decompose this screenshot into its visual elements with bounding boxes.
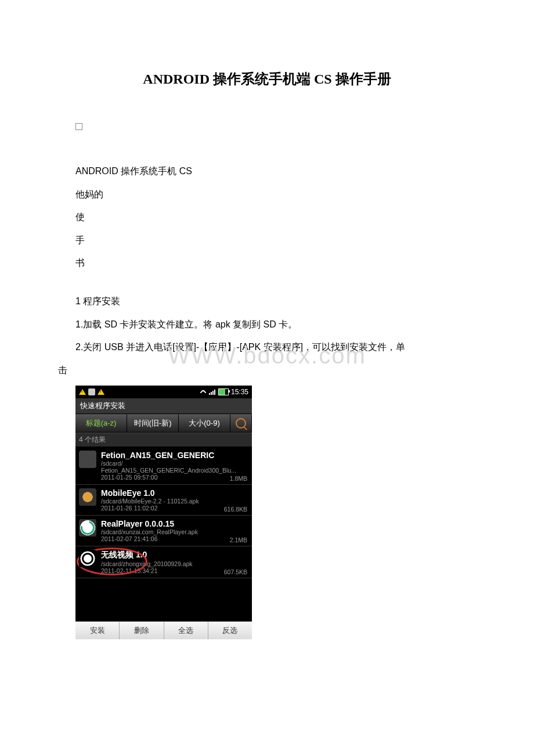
status-bar: 15:35 bbox=[75, 386, 252, 398]
app-icon bbox=[79, 451, 96, 468]
tab-title-az[interactable]: 标题(a-z) bbox=[75, 415, 127, 432]
app-icon bbox=[79, 550, 96, 567]
list-empty-space bbox=[75, 578, 252, 613]
body-line: 书 bbox=[58, 255, 476, 271]
app-size: 607.5KB bbox=[224, 568, 247, 575]
app-path: /sdcard/MobileEye-2.2 - 110125.apk bbox=[101, 498, 248, 505]
status-time: 15:35 bbox=[231, 388, 248, 396]
sort-tabs: 标题(a-z) 时间(旧-新) 大小(0-9) bbox=[75, 414, 252, 433]
list-item[interactable]: Fetion_AN15_GEN_GENERIC /sdcard/ Fetion_… bbox=[75, 447, 252, 485]
app-size: 1.8MB bbox=[230, 475, 247, 482]
body-line: 手 bbox=[58, 233, 476, 248]
apk-list[interactable]: Fetion_AN15_GEN_GENERIC /sdcard/ Fetion_… bbox=[75, 447, 252, 621]
list-item[interactable]: 无线视频 1.0 /sdcard/zhongxing_20100929.apk … bbox=[75, 546, 252, 578]
page-title: ANDROID 操作系统手机端 CS 操作手册 bbox=[58, 70, 476, 88]
search-button[interactable] bbox=[230, 415, 252, 432]
body-line: 2.关闭 USB 并进入电话[设置]-【应用】-[APK 安装程序]，可以找到安… bbox=[58, 340, 476, 355]
app-path: /sdcard/xunzai.com_RealPlayer.apk bbox=[101, 528, 248, 535]
app-icon bbox=[79, 488, 96, 506]
phone-screenshot: 15:35 快速程序安装 标题(a-z) 时间(旧-新) 大小(0-9) 4 个… bbox=[75, 386, 252, 639]
body-line: 1.加载 SD 卡并安装文件建立。将 apk 复制到 SD 卡。 bbox=[58, 317, 476, 332]
warning-icon bbox=[98, 389, 104, 395]
usb-icon bbox=[88, 388, 95, 395]
app-title: MobileEye 1.0 bbox=[101, 488, 248, 498]
list-item[interactable]: RealPlayer 0.0.0.15 /sdcard/xunzai.com_R… bbox=[75, 516, 252, 546]
window-title: 快速程序安装 bbox=[75, 398, 252, 414]
delete-button[interactable]: 删除 bbox=[120, 622, 164, 639]
tab-time[interactable]: 时间(旧-新) bbox=[127, 415, 179, 432]
body-line: 击 bbox=[58, 363, 476, 378]
tab-size[interactable]: 大小(0-9) bbox=[179, 415, 230, 432]
app-title: 无线视频 1.0 bbox=[101, 550, 248, 560]
app-path: /sdcard/zhongxing_20100929.apk bbox=[101, 560, 248, 567]
signal-icon bbox=[209, 389, 216, 395]
app-title: RealPlayer 0.0.0.15 bbox=[101, 519, 248, 528]
app-size: 2.1MB bbox=[230, 537, 247, 543]
battery-icon bbox=[218, 388, 229, 395]
install-button[interactable]: 安装 bbox=[75, 622, 120, 639]
placeholder-box bbox=[75, 123, 82, 130]
invert-select-button[interactable]: 反选 bbox=[208, 622, 252, 639]
bottom-toolbar: 安装 删除 全选 反选 bbox=[75, 621, 252, 639]
app-path: /sdcard/ bbox=[101, 460, 248, 467]
app-date: 2011-01-25 09:57:00 bbox=[101, 474, 248, 481]
body-line: 他妈的 bbox=[58, 187, 476, 202]
app-path: Fetion_AN15_GEN_GENERIC_Android300_Blu..… bbox=[101, 467, 248, 474]
app-title: Fetion_AN15_GEN_GENERIC bbox=[101, 451, 248, 460]
body-line: ANDROID 操作系统手机 CS bbox=[58, 164, 476, 179]
wifi-icon bbox=[200, 389, 207, 395]
app-date: 2011-02-07 21:41:06 bbox=[101, 535, 248, 542]
body-line: 使 bbox=[58, 210, 476, 225]
list-item[interactable]: MobileEye 1.0 /sdcard/MobileEye-2.2 - 11… bbox=[75, 485, 252, 516]
document-page: ANDROID 操作系统手机端 CS 操作手册 ANDROID 操作系统手机 C… bbox=[0, 0, 534, 663]
app-size: 616.8KB bbox=[224, 506, 247, 513]
search-icon bbox=[236, 418, 246, 429]
select-all-button[interactable]: 全选 bbox=[164, 622, 208, 639]
app-icon bbox=[79, 519, 96, 537]
warning-icon bbox=[79, 389, 86, 395]
result-count: 4 个结果 bbox=[75, 433, 252, 447]
section-heading: 1 程序安装 bbox=[58, 294, 476, 309]
